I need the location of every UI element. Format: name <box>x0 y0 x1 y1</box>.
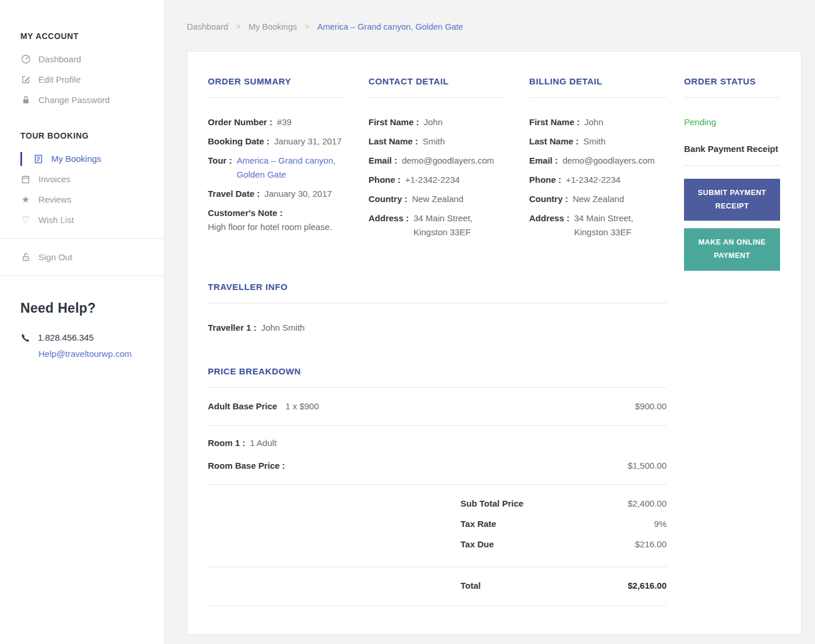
field-value: New Zealand <box>573 192 624 206</box>
sidebar-item-label: Wish List <box>38 215 74 225</box>
booking-date-field: Booking Date : January 31, 2017 <box>208 135 345 148</box>
sidebar-item-change-password[interactable]: Change Password <box>0 90 164 110</box>
room-field: Room 1 : 1 Adult <box>208 436 667 450</box>
field-value: John Smith <box>261 321 304 335</box>
traveller-info-title: TRAVELLER INFO <box>208 282 667 303</box>
field-value: 1 Adult <box>250 436 277 450</box>
contact-first-name: First Name : John <box>368 115 506 129</box>
order-summary-title: ORDER SUMMARY <box>208 76 345 98</box>
field-label: Last Name : <box>529 135 579 148</box>
order-status-section: ORDER STATUS Pending Bank Payment Receip… <box>684 76 780 606</box>
field-label: Order Number : <box>208 115 272 129</box>
sidebar-item-label: Change Password <box>38 95 110 105</box>
price-label: Adult Base Price <box>208 399 277 413</box>
sidebar-item-dashboard[interactable]: Dashboard <box>0 49 164 69</box>
billing-country: Country : New Zealand <box>529 192 667 206</box>
billing-address: Address : 34 Main Street, Kingston 33EF <box>529 211 667 239</box>
sidebar-item-wish-list[interactable]: ♡ Wish List <box>0 210 164 230</box>
chevron-right-icon: > <box>305 23 309 31</box>
contact-address: Address : 34 Main Street, Kingston 33EF <box>368 211 506 239</box>
price-amount: $900.00 <box>635 399 667 413</box>
sidebar-item-edit-profile[interactable]: Edit Profile <box>0 69 164 90</box>
breadcrumb-dashboard[interactable]: Dashboard <box>187 22 228 31</box>
edit-icon <box>20 75 31 84</box>
make-online-payment-button[interactable]: MAKE AN ONLINE PAYMENT <box>684 228 780 270</box>
contact-detail-title: CONTACT DETAIL <box>368 76 506 98</box>
field-value: New Zealand <box>412 192 463 206</box>
billing-last-name: Last Name : Smith <box>529 135 667 148</box>
tour-link[interactable]: America – Grand canyon, Golden Gate <box>236 154 345 182</box>
contact-country: Country : New Zealand <box>368 192 506 206</box>
field-value: 34 Main Street, Kingston 33EF <box>574 211 667 239</box>
field-value: demo@goodlayers.com <box>562 154 655 168</box>
my-account-heading: MY ACCOUNT <box>0 31 164 49</box>
order-detail-card: ORDER SUMMARY Order Number : #39 Booking… <box>187 51 802 635</box>
sidebar-item-label: Reviews <box>38 194 72 204</box>
field-value: John <box>584 115 604 129</box>
breadcrumb: Dashboard > My Bookings > America – Gran… <box>187 22 802 31</box>
field-label: Email : <box>368 154 397 168</box>
active-indicator <box>20 152 22 166</box>
billing-detail-section: BILLING DETAIL First Name : John Last Na… <box>529 76 667 245</box>
divider <box>0 238 164 239</box>
help-phone-number: 1.828.456.345 <box>38 332 94 342</box>
field-value: +1-2342-2234 <box>405 173 460 187</box>
field-label: Room 1 : <box>208 436 245 450</box>
field-value: John <box>424 115 443 129</box>
breadcrumb-my-bookings[interactable]: My Bookings <box>249 22 297 31</box>
sidebar-item-label: Edit Profile <box>38 75 81 84</box>
lock-icon <box>20 95 31 105</box>
field-label: Traveller 1 : <box>208 321 256 335</box>
field-value: January 30, 2017 <box>264 187 332 201</box>
sidebar-item-invoices[interactable]: Invoices <box>0 169 164 189</box>
submit-payment-receipt-button[interactable]: SUBMIT PAYMENT RECEIPT <box>684 179 780 221</box>
customer-note-field: Customer's Note : High floor for hotel r… <box>208 206 345 234</box>
field-label: Last Name : <box>368 135 418 148</box>
field-label: Phone : <box>529 173 561 187</box>
tax-due-row: Tax Due $216.00 <box>460 537 667 551</box>
bank-payment-receipt-label: Bank Payment Receipt <box>684 142 780 166</box>
sidebar-item-my-bookings[interactable]: My Bookings <box>0 148 164 169</box>
billing-email: Email : demo@goodlayers.com <box>529 154 667 168</box>
main-content: Dashboard > My Bookings > America – Gran… <box>165 0 815 635</box>
phone-icon <box>20 332 30 342</box>
field-label: Booking Date : <box>208 135 270 148</box>
subtotal-row: Sub Total Price $2,400.00 <box>460 497 667 511</box>
chevron-right-icon: > <box>236 23 240 31</box>
sidebar-item-label: My Bookings <box>51 154 101 164</box>
tax-rate-row: Tax Rate 9% <box>460 517 667 531</box>
invoice-icon <box>20 175 31 184</box>
price-amount: 9% <box>654 517 667 531</box>
contact-phone: Phone : +1-2342-2234 <box>368 173 506 187</box>
billing-first-name: First Name : John <box>529 115 667 129</box>
field-value: demo@goodlayers.com <box>402 154 494 168</box>
traveller-info-section: TRAVELLER INFO Traveller 1 : John Smith <box>208 282 667 335</box>
field-value: #39 <box>277 115 292 129</box>
billing-phone: Phone : +1-2342-2234 <box>529 173 667 187</box>
sidebar: MY ACCOUNT Dashboard Edit Profile Change… <box>0 0 165 644</box>
sidebar-item-label: Sign Out <box>38 252 72 262</box>
field-label: Customer's Note : <box>208 206 341 220</box>
breadcrumb-current: America – Grand canyon, Golden Gate <box>317 22 463 31</box>
field-value: Smith <box>423 135 445 148</box>
field-label: First Name : <box>368 115 419 129</box>
price-breakdown-title: PRICE BREAKDOWN <box>208 366 667 388</box>
price-label: Tax Due <box>460 537 494 551</box>
price-amount: $2,616.00 <box>628 579 667 593</box>
order-detail-left: ORDER SUMMARY Order Number : #39 Booking… <box>208 76 667 606</box>
travel-date-field: Travel Date : January 30, 2017 <box>208 187 345 201</box>
field-value: 34 Main Street, Kingston 33EF <box>413 211 506 239</box>
price-label: Tax Rate <box>460 517 496 531</box>
price-amount: $1,500.00 <box>628 459 667 473</box>
sidebar-item-sign-out[interactable]: Sign Out <box>0 247 164 267</box>
contact-detail-section: CONTACT DETAIL First Name : John Last Na… <box>368 76 506 245</box>
field-label: Email : <box>529 154 558 168</box>
sidebar-item-reviews[interactable]: ★ Reviews <box>0 189 164 210</box>
contact-email: Email : demo@goodlayers.com <box>368 154 506 168</box>
field-label: Travel Date : <box>208 187 260 201</box>
tour-booking-heading: TOUR BOOKING <box>0 131 164 148</box>
help-email-link[interactable]: Help@traveltourwp.com <box>20 349 132 359</box>
bookings-icon <box>33 154 44 164</box>
billing-detail-title: BILLING DETAIL <box>529 76 667 98</box>
field-label: Phone : <box>368 173 401 187</box>
